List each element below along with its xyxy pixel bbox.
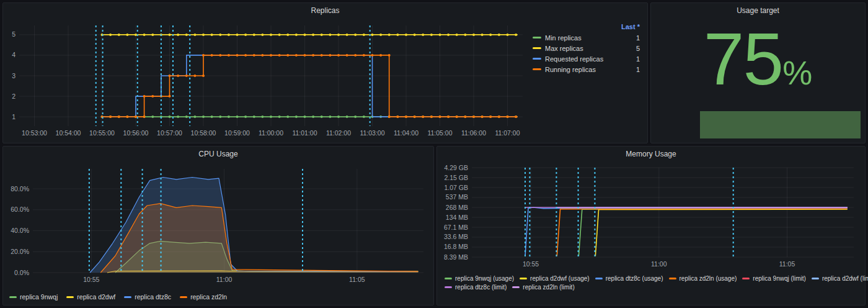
legend-swatch — [533, 47, 541, 49]
svg-text:8.39 MB: 8.39 MB — [444, 253, 468, 261]
legend-item[interactable]: Running replicas1 — [533, 64, 640, 75]
legend-swatch — [66, 296, 74, 298]
legend-last-value: 5 — [629, 45, 640, 52]
legend-item[interactable]: replica 9nwqj — [9, 293, 58, 301]
usage-target-value: 75 — [704, 18, 782, 100]
legend-label: replica dtz8c (usage) — [606, 275, 663, 282]
svg-text:80.0%: 80.0% — [11, 185, 29, 192]
legend-item[interactable]: replica d2dwf (usage) — [520, 275, 590, 282]
svg-text:4.29 GB: 4.29 GB — [444, 164, 468, 171]
cpu-chart[interactable]: 0.0%20.0%40.0%60.0%80.0%10:5511:0011:05 — [3, 161, 433, 291]
svg-text:537 MB: 537 MB — [446, 193, 468, 201]
svg-text:10:55: 10:55 — [83, 276, 99, 283]
panel-title-cpu-usage[interactable]: CPU Usage — [3, 147, 433, 161]
panel-title-replicas[interactable]: Replicas — [3, 3, 647, 18]
svg-text:5: 5 — [12, 30, 16, 38]
svg-text:11:05: 11:05 — [779, 260, 795, 268]
legend-swatch — [124, 296, 131, 298]
legend-swatch — [9, 296, 17, 298]
legend-label: replica d2dwf (usage) — [530, 275, 590, 282]
svg-text:11:00:00: 11:00:00 — [259, 129, 283, 137]
legend-swatch — [533, 68, 541, 70]
svg-text:11:01:00: 11:01:00 — [292, 129, 317, 137]
legend-item[interactable]: replica dtz8c — [124, 293, 171, 301]
legend-swatch — [669, 278, 676, 279]
legend-label: replica 9nwqj (limit) — [753, 275, 806, 282]
legend-label: replica dtz8c (limit) — [455, 284, 507, 291]
svg-text:10:55:00: 10:55:00 — [89, 129, 115, 137]
svg-text:16.8 MB: 16.8 MB — [444, 243, 468, 250]
memory-chart[interactable]: 4.29 GB2.15 GB1.07 GB537 MB268 MB134 MB6… — [437, 161, 865, 273]
legend-label: replica d2dwf — [77, 293, 115, 301]
svg-text:10:57:00: 10:57:00 — [157, 129, 182, 137]
svg-text:10:53:00: 10:53:00 — [22, 129, 47, 137]
svg-text:268 MB: 268 MB — [446, 204, 468, 211]
svg-text:1: 1 — [12, 113, 16, 120]
legend-label: replica zd2ln (usage) — [680, 275, 737, 282]
svg-text:11:06:00: 11:06:00 — [461, 129, 486, 137]
svg-text:20.0%: 20.0% — [11, 248, 29, 255]
legend-item[interactable]: Requested replicas1 — [533, 53, 640, 64]
memory-plot: 4.29 GB2.15 GB1.07 GB537 MB268 MB134 MB6… — [437, 161, 861, 271]
legend-label: replica zd2ln (limit) — [523, 284, 574, 291]
legend-item[interactable]: replica 9nwqj (limit) — [742, 275, 806, 282]
svg-text:67.1 MB: 67.1 MB — [444, 224, 468, 231]
legend-label: Min replicas — [545, 34, 625, 42]
legend-swatch — [812, 278, 819, 279]
panel-memory-usage: Memory Usage 4.29 GB2.15 GB1.07 GB537 MB… — [436, 146, 866, 306]
usage-target-stat: 75% — [651, 16, 865, 102]
legend-last-value: 1 — [629, 55, 640, 63]
legend-swatch — [533, 58, 541, 60]
svg-text:33.6 MB: 33.6 MB — [444, 233, 468, 240]
svg-text:2: 2 — [12, 93, 16, 100]
legend-item[interactable]: replica zd2ln — [180, 293, 227, 301]
svg-text:11:07:00: 11:07:00 — [495, 129, 520, 137]
svg-text:134 MB: 134 MB — [446, 214, 468, 221]
legend-label: Requested replicas — [545, 55, 625, 63]
legend-swatch — [742, 278, 750, 279]
cpu-legend: replica 9nwqjreplica d2dwfreplica dtz8cr… — [3, 291, 433, 301]
legend-item[interactable]: replica 9nwqj (usage) — [445, 275, 514, 282]
usage-target-unit: % — [782, 54, 812, 91]
svg-text:11:00: 11:00 — [216, 276, 232, 283]
legend-swatch — [595, 278, 603, 279]
replicas-legend-body: Min replicas1Max replicas5Requested repl… — [533, 32, 640, 75]
svg-text:11:04:00: 11:04:00 — [394, 129, 418, 137]
legend-item[interactable]: replica zd2ln (limit) — [512, 284, 574, 291]
replicas-plot: 1234510:53:0010:54:0010:55:0010:56:0010:… — [3, 18, 531, 141]
usage-target-bar — [700, 111, 861, 138]
replicas-chart[interactable]: 1234510:53:0010:54:0010:55:0010:56:0010:… — [3, 18, 531, 143]
legend-item[interactable]: replica dtz8c (usage) — [595, 275, 663, 282]
legend-swatch — [445, 286, 452, 288]
legend-item[interactable]: replica dtz8c (limit) — [445, 284, 507, 291]
svg-text:2.15 GB: 2.15 GB — [444, 174, 468, 181]
memory-legend-row-2: replica dtz8c (limit)replica zd2ln (limi… — [437, 282, 865, 291]
svg-text:10:56:00: 10:56:00 — [123, 129, 149, 137]
legend-label: replica d2dwf (limit) — [822, 275, 868, 282]
panel-title-memory-usage[interactable]: Memory Usage — [437, 147, 865, 161]
svg-text:1.07 GB: 1.07 GB — [444, 184, 468, 191]
legend-swatch — [533, 37, 541, 38]
panel-cpu-usage: CPU Usage 0.0%20.0%40.0%60.0%80.0%10:551… — [2, 146, 434, 306]
legend-header-last[interactable]: Last * — [533, 23, 640, 30]
svg-text:40.0%: 40.0% — [11, 227, 29, 234]
legend-item[interactable]: Min replicas1 — [533, 32, 640, 43]
legend-swatch — [180, 296, 187, 298]
panel-usage-target: Usage target 75% — [650, 2, 866, 143]
cpu-plot: 0.0%20.0%40.0%60.0%80.0%10:5511:0011:05 — [3, 161, 430, 289]
legend-item[interactable]: replica d2dwf — [66, 293, 115, 301]
legend-item[interactable]: replica zd2ln (usage) — [669, 275, 737, 282]
svg-text:10:58:00: 10:58:00 — [191, 129, 216, 137]
svg-text:10:54:00: 10:54:00 — [56, 129, 81, 137]
legend-last-value: 1 — [629, 66, 640, 73]
svg-text:11:05: 11:05 — [349, 276, 365, 283]
svg-text:3: 3 — [12, 72, 16, 79]
legend-label: replica zd2ln — [190, 293, 227, 301]
svg-text:11:00: 11:00 — [651, 260, 667, 268]
legend-last-value: 1 — [629, 34, 640, 42]
legend-label: Max replicas — [545, 45, 625, 52]
legend-item[interactable]: replica d2dwf (limit) — [812, 275, 868, 282]
legend-label: replica dtz8c — [135, 293, 171, 301]
svg-text:4: 4 — [12, 51, 16, 58]
legend-item[interactable]: Max replicas5 — [533, 43, 640, 53]
